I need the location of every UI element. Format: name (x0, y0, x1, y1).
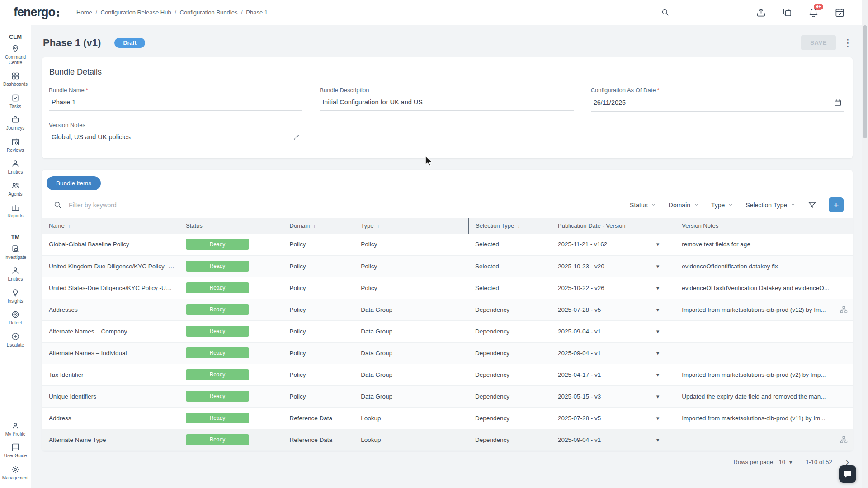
publication-version-select[interactable]: 2025-09-04 - v1▾ (558, 350, 659, 357)
publication-version-select[interactable]: 2025-09-04 - v1▾ (558, 436, 659, 443)
cell-publication: 2025-05-15 - v3▾ (551, 385, 675, 407)
sidebar-item-detect[interactable]: Detect (0, 310, 30, 326)
filter-dropdown-label: Status (630, 202, 648, 209)
chevron-down-icon (728, 202, 733, 209)
column-header-version-notes[interactable]: Version Notes (675, 218, 853, 234)
sidebar-footer: My ProfileUser GuideManagement (0, 418, 30, 484)
save-button[interactable]: SAVE (801, 35, 836, 50)
bundle-items-tab[interactable]: Bundle items (47, 176, 101, 190)
bundle-name-input[interactable]: Phase 1 (49, 95, 302, 111)
copy-icon[interactable] (780, 6, 794, 19)
sidebar-item-user-guide[interactable]: User Guide (0, 443, 30, 459)
sidebar-item-escalate[interactable]: Escalate (0, 332, 30, 348)
cell-text: Policy (290, 371, 306, 378)
calendar-check-icon[interactable] (833, 6, 846, 19)
sidebar-item-reviews[interactable]: Reviews (0, 137, 30, 153)
publication-version-select[interactable]: 2025-10-22 - v26▾ (558, 285, 659, 291)
filter-dropdown-status[interactable]: Status (630, 202, 656, 209)
table-row[interactable]: Alternate Name TypeReadyReference DataLo… (42, 429, 853, 450)
cell-version-notes: remove test fields for age (675, 234, 853, 255)
hierarchy-icon[interactable] (840, 305, 848, 314)
rows-per-page-select[interactable]: Rows per page: 10 ▾ (734, 459, 793, 465)
status-badge: Ready (186, 391, 249, 402)
cell-status: Ready (179, 320, 283, 342)
publication-version-select[interactable]: 2025-09-04 - v1▾ (558, 328, 659, 335)
cell-domain: Policy (283, 342, 354, 364)
column-header-publication-date-version[interactable]: Publication Date - Version (551, 218, 675, 234)
sidebar-item-dashboards[interactable]: Dashboards (0, 71, 30, 87)
notifications-bell-icon[interactable]: 9+ (807, 6, 820, 19)
column-header-domain[interactable]: Domain↑ (283, 218, 354, 234)
scrollbar-thumb[interactable] (863, 25, 867, 138)
export-icon[interactable] (754, 6, 768, 19)
cell-text: Selected (475, 263, 499, 270)
cell-selection-type: Dependency (468, 320, 551, 342)
cell-version-notes (675, 320, 853, 342)
cell-publication: 2025-09-04 - v1▾ (551, 342, 675, 364)
fenergo-logo[interactable]: fenergo (0, 5, 64, 19)
table-row[interactable]: AddressesReadyPolicyData GroupDependency… (42, 299, 853, 320)
table-row[interactable]: United States-Due Diligence/KYC Policy -… (42, 277, 853, 299)
status-badge: Ready (186, 282, 249, 293)
filter-keyword-input[interactable] (69, 202, 213, 209)
configuration-date-input[interactable]: 26/11/2025 (591, 95, 844, 112)
sidebar-item-entities[interactable]: Entities (0, 266, 30, 282)
table-row[interactable]: Tax IdentifierReadyPolicyData GroupDepen… (42, 364, 853, 385)
cell-text: Unique Identifiers (49, 393, 96, 400)
table-row[interactable]: Alternate Names – CompanyReadyPolicyData… (42, 320, 853, 342)
kebab-menu-button[interactable]: ⋮ (843, 38, 853, 47)
sidebar-item-journeys[interactable]: Journeys (0, 115, 30, 131)
publication-version-select[interactable]: 2025-04-17 - v1▾ (558, 371, 659, 378)
column-header-status[interactable]: Status (179, 218, 283, 234)
sidebar-item-command-centre[interactable]: Command Centre (0, 44, 30, 65)
sidebar-item-management[interactable]: Management (0, 465, 30, 481)
filter-dropdown-domain[interactable]: Domain (669, 202, 699, 209)
table-row[interactable]: Unique IdentifiersReadyPolicyData GroupD… (42, 385, 853, 407)
publication-version-select[interactable]: 2025-07-28 - v5▾ (558, 415, 659, 422)
publication-version-select[interactable]: 2025-10-23 - v20▾ (558, 263, 659, 270)
command-centre-icon (11, 44, 20, 53)
filter-funnel-icon[interactable] (808, 201, 816, 209)
cell-publication: 2025-04-17 - v1▾ (551, 364, 675, 385)
global-search-input[interactable] (674, 9, 741, 16)
hierarchy-icon[interactable] (840, 436, 848, 444)
breadcrumb-link-phase-1[interactable]: Phase 1 (246, 9, 268, 16)
field-version-notes: Version Notes Global, US and UK policies (49, 122, 302, 145)
edit-icon[interactable] (293, 134, 300, 141)
column-header-label: Type (361, 222, 373, 229)
sidebar-item-reports[interactable]: Reports (0, 203, 30, 219)
chat-launcher-button[interactable] (839, 465, 856, 483)
filter-dropdown-type[interactable]: Type (711, 202, 733, 209)
sidebar-item-investigate[interactable]: Investigate (0, 244, 30, 260)
filter-dropdown-label: Selection Type (745, 202, 787, 209)
cell-text: Dependency (475, 306, 509, 313)
version-notes-input[interactable]: Global, US and UK policies (49, 130, 302, 145)
breadcrumb-link-configuration-bundles[interactable]: Configuration Bundles (180, 9, 246, 16)
global-search[interactable] (660, 6, 741, 19)
column-header-name[interactable]: Name↑ (42, 218, 179, 234)
column-header-type[interactable]: Type↑ (354, 218, 468, 234)
table-row[interactable]: Alternate Names – IndividualReadyPolicyD… (42, 342, 853, 364)
filter-dropdown-selection-type[interactable]: Selection Type (745, 202, 796, 209)
sidebar-item-my-profile[interactable]: My Profile (0, 421, 30, 437)
sidebar-item-insights[interactable]: Insights (0, 288, 30, 304)
bundle-description-input[interactable]: Initial Configuration for UK and US (320, 95, 573, 111)
add-bundle-item-button[interactable]: + (829, 197, 844, 212)
breadcrumb-link-configuration-release-hub[interactable]: Configuration Release Hub (101, 9, 180, 16)
table-row[interactable]: Global-Global Baseline PolicyReadyPolicy… (42, 234, 853, 255)
sidebar-item-agents[interactable]: Agents (0, 181, 30, 197)
calendar-icon[interactable] (834, 99, 842, 107)
publication-version-select[interactable]: 2025-07-28 - v5▾ (558, 306, 659, 313)
cell-text: Address (49, 415, 71, 422)
table-row[interactable]: United Kingdom-Due Diligence/KYC Policy … (42, 255, 853, 277)
cell-type: Policy (354, 277, 468, 299)
caret-down-icon: ▾ (656, 263, 660, 270)
table-row[interactable]: AddressReadyReference DataLookupDependen… (42, 407, 853, 429)
brand-text: fenergo (14, 5, 55, 19)
sidebar-item-entities[interactable]: Entities (0, 159, 30, 175)
breadcrumb-link-home[interactable]: Home (76, 9, 101, 16)
column-header-selection-type[interactable]: Selection Type↓ (468, 218, 551, 234)
publication-version-select[interactable]: 2025-05-15 - v3▾ (558, 393, 659, 400)
sidebar-item-tasks[interactable]: Tasks (0, 94, 30, 109)
publication-version-select[interactable]: 2025-11-21 - v162▾ (558, 241, 659, 248)
